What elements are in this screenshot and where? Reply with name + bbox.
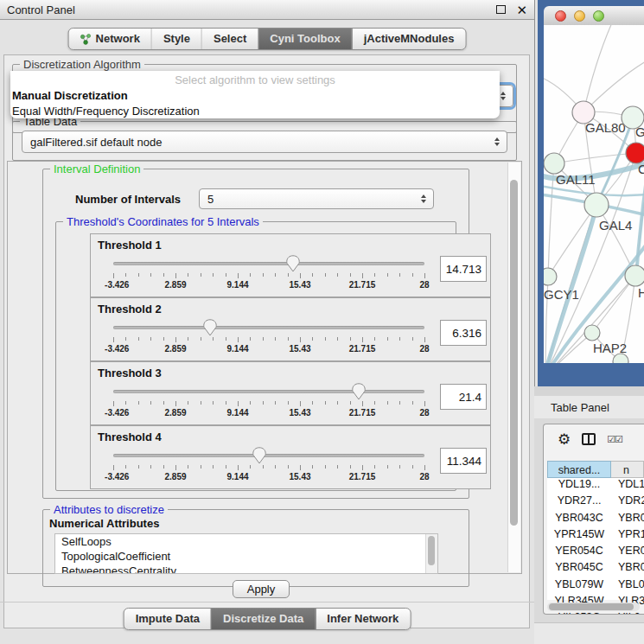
threshold-label: Threshold 4: [98, 430, 162, 443]
column-header-1[interactable]: shared...: [547, 461, 611, 478]
node-label: G: [635, 124, 644, 139]
control-panel-titlebar: Control Panel ✕: [0, 0, 534, 20]
slider-thumb[interactable]: [252, 447, 266, 464]
control-panel: Control Panel ✕ NetworkStyleSelectCyni T…: [0, 0, 535, 644]
network-icon: [80, 34, 92, 45]
attribute-list-item[interactable]: BetweennessCentrality: [55, 564, 437, 574]
minimize-traffic-light-icon[interactable]: [574, 10, 585, 22]
tab-network[interactable]: Network: [69, 29, 151, 49]
vertical-scrollbar[interactable]: [507, 163, 520, 572]
apply-button[interactable]: Apply: [233, 580, 290, 598]
table-row[interactable]: YIL053CYIL0: [547, 611, 644, 615]
table-header-row: shared...n: [547, 461, 644, 478]
node-label: H: [638, 285, 644, 300]
settings-scroll-area: Interval Definition Number of Intervals …: [7, 161, 522, 574]
threshold-value-field[interactable]: 11.344: [440, 448, 487, 474]
number-of-intervals-label: Number of Intervals: [75, 193, 181, 206]
number-of-intervals-value: 5: [207, 193, 214, 206]
threshold-label: Threshold 1: [98, 239, 162, 252]
tab-style[interactable]: Style: [151, 29, 201, 49]
threshold-value-field[interactable]: 21.4: [440, 384, 487, 410]
column-header-2[interactable]: n: [611, 461, 644, 478]
float-window-icon[interactable]: [496, 5, 506, 14]
table-row[interactable]: YBR045CYBR0: [547, 561, 644, 577]
table-row[interactable]: YPR145WYPR1: [547, 528, 644, 545]
tab-cyni-toolbox[interactable]: Cyni Toolbox: [258, 29, 351, 49]
threshold-value-field[interactable]: 14.713: [440, 256, 487, 282]
network-node-hap2[interactable]: [584, 325, 600, 341]
table-panel: ⚙ ☑☑ shared...n YDL19...YDL1YDR27...YDR2…: [543, 424, 644, 615]
network-window: GAL80GCGAL11GAL4GCY1HHAP2: [538, 0, 644, 386]
select-columns-icon[interactable]: ☑☑: [607, 434, 622, 445]
algorithm-dropdown-popup: Select algorithm to view settings Manual…: [10, 71, 500, 118]
attributes-group-title: Attributes to discretize: [50, 503, 168, 516]
network-window-titlebar: [544, 6, 644, 26]
threshold-label: Threshold 3: [98, 367, 162, 379]
scrollbar-thumb[interactable]: [549, 603, 634, 610]
horizontal-scrollbar[interactable]: [547, 603, 640, 611]
dropdown-option[interactable]: Manual Discretization: [10, 88, 500, 104]
table-panel-title: Table Panel: [534, 401, 609, 414]
interval-definition-group: Interval Definition Number of Intervals …: [42, 169, 469, 499]
thresholds-group-title: Threshold's Coordinates for 5 Intervals: [63, 215, 263, 228]
gear-icon[interactable]: ⚙: [558, 432, 571, 447]
node-label: HAP2: [593, 341, 627, 355]
threshold-slider[interactable]: -3.4262.8599.14415.4321.71528: [113, 255, 424, 291]
tab-select[interactable]: Select: [201, 29, 258, 49]
slider-thumb[interactable]: [352, 383, 366, 400]
node-table: shared...n YDL19...YDL1YDR27...YDR2YBR04…: [547, 461, 644, 600]
bottom-tabbar: Impute DataDiscretize DataInfer Network: [124, 608, 411, 630]
slider-thumb[interactable]: [203, 319, 217, 336]
bottom-tab-impute-data[interactable]: Impute Data: [124, 609, 211, 629]
threshold-row: Threshold 2-3.4262.8599.14415.4321.71528…: [90, 297, 491, 361]
network-node-c[interactable]: [626, 143, 644, 163]
combo-stepper-icon: [501, 92, 506, 100]
scrollbar-thumb[interactable]: [510, 180, 518, 526]
network-node-h[interactable]: [625, 265, 644, 286]
table-row[interactable]: YBR043CYBR0: [547, 512, 644, 528]
threshold-row: Threshold 4-3.4262.8599.14415.4321.71528…: [90, 425, 491, 489]
zoom-traffic-light-icon[interactable]: [593, 10, 604, 22]
combo-stepper-icon: [421, 194, 426, 203]
numerical-attributes-list[interactable]: SelfLoopsTopologicalCoefficientBetweenne…: [54, 533, 438, 574]
attribute-list-item[interactable]: SelfLoops: [55, 534, 437, 549]
table-data-combobox[interactable]: galFiltered.sif default node: [22, 131, 507, 153]
table-data-group: Table Data galFiltered.sif default node: [12, 121, 517, 161]
table-row[interactable]: YDR27...YDR2: [547, 494, 644, 511]
threshold-row: Threshold 3-3.4262.8599.14415.4321.71528…: [90, 361, 491, 425]
list-scrollbar[interactable]: [425, 534, 437, 573]
tab-jactivemnodules[interactable]: jActiveMNodules: [352, 29, 466, 49]
table-row[interactable]: YDL19...YDL1: [547, 478, 644, 494]
table-row[interactable]: YER054CYER0: [547, 545, 644, 561]
slider-thumb[interactable]: [286, 255, 300, 272]
threshold-label: Threshold 2: [98, 303, 162, 316]
node-label: C: [638, 162, 644, 176]
network-node-gcy1[interactable]: [544, 268, 557, 285]
network-node-gal4[interactable]: [584, 193, 609, 217]
dropdown-hint: Select algorithm to view settings: [10, 71, 500, 88]
threshold-row: Threshold 1-3.4262.8599.14415.4321.71528…: [90, 233, 491, 297]
discretization-algorithm-group-title: Discretization Algorithm: [20, 58, 144, 71]
number-of-intervals-combobox[interactable]: 5: [199, 188, 434, 209]
node-label: GCY1: [544, 287, 579, 302]
table-panel-toolbar: ⚙ ☑☑: [544, 424, 644, 454]
close-icon[interactable]: ✕: [516, 3, 527, 16]
node-label: GAL11: [556, 172, 596, 187]
network-canvas[interactable]: GAL80GCGAL11GAL4GCY1HHAP2: [544, 25, 644, 363]
network-node-gal11[interactable]: [544, 153, 564, 174]
node-label: GAL4: [599, 218, 632, 233]
attribute-list-item[interactable]: TopologicalCoefficient: [55, 549, 437, 564]
combo-stepper-icon: [494, 137, 500, 146]
bottom-tab-infer-network[interactable]: Infer Network: [315, 609, 410, 629]
threshold-slider[interactable]: -3.4262.8599.14415.4321.71528: [113, 383, 424, 419]
threshold-slider[interactable]: -3.4262.8599.14415.4321.71528: [113, 319, 424, 355]
threshold-value-field[interactable]: 6.316: [440, 320, 487, 346]
dropdown-option[interactable]: Equal Width/Frequency Discretization: [10, 104, 500, 118]
close-traffic-light-icon[interactable]: [555, 10, 566, 22]
bottom-tab-discretize-data[interactable]: Discretize Data: [211, 609, 315, 629]
table-data-selected-value: galFiltered.sif default node: [30, 136, 162, 149]
node-label: GAL80: [585, 120, 626, 135]
threshold-slider[interactable]: -3.4262.8599.14415.4321.71528: [113, 447, 424, 483]
split-columns-icon[interactable]: [582, 433, 596, 445]
table-row[interactable]: YBL079WYBL0: [547, 578, 644, 595]
